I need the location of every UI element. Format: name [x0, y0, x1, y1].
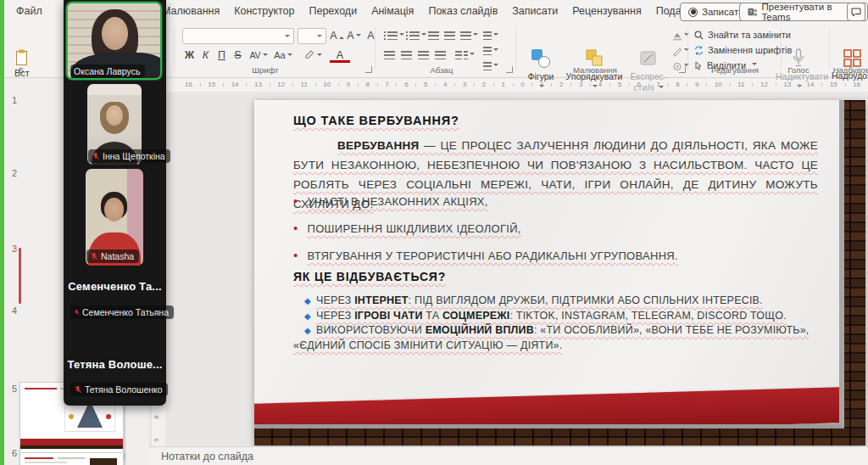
character-spacing-button[interactable]: AV	[249, 48, 268, 63]
diamond-bullet-icon: ◆	[304, 296, 311, 305]
underline-button[interactable]: П	[214, 48, 229, 63]
call-panel[interactable]: Оксана ЛаврусьІнна ЩепоткінаNatashaСемен…	[64, 0, 166, 406]
search-icon	[694, 31, 704, 40]
ruler-tick	[730, 83, 731, 87]
shape-outline-button[interactable]	[672, 43, 689, 59]
text-direction-button[interactable]	[483, 28, 498, 43]
mic-muted-icon	[74, 385, 82, 394]
participant-label: Тетяна Волошенко	[70, 383, 168, 396]
tab-Показ слайдів[interactable]: Показ слайдів	[428, 5, 498, 17]
bold-button[interactable]: Ж	[182, 48, 197, 63]
notes-bar[interactable]: Нотатки до слайда	[149, 446, 868, 465]
fill-icon	[672, 31, 682, 41]
outline-icon	[672, 47, 682, 56]
grow-font-button[interactable]: А	[330, 28, 344, 43]
slide-thumbnail-6[interactable]	[19, 452, 124, 465]
decrease-indent-button[interactable]	[428, 28, 439, 43]
ruler-number: 8	[676, 81, 679, 88]
font-size-combobox[interactable]	[298, 28, 326, 44]
slide-diamond-item[interactable]: ◆ЧЕРЕЗ ІНТЕРНЕТ: ПІД ВИГЛЯДОМ ДРУЖБИ, ПІ…	[293, 294, 817, 309]
slide-diamond-item[interactable]: ◆ЧЕРЕЗ ІГРОВІ ЧАТИ ТА СОЦМЕРЕЖІ: TIKTOK,…	[293, 309, 817, 324]
slide-thumb-number-3[interactable]: 3	[6, 244, 17, 254]
columns-button[interactable]	[455, 48, 475, 63]
find-replace-label: Знайти та замінити	[708, 30, 791, 40]
drawing-dialog-launcher[interactable]	[679, 66, 686, 73]
find-replace-button[interactable]: Знайти та замінити	[694, 30, 791, 40]
webcam-face	[102, 17, 128, 50]
slide-subtitle[interactable]: ЯК ЦЕ ВІДБУВАЄТЬСЯ?	[293, 270, 446, 283]
drawing-group-label: Малювання	[573, 65, 617, 75]
strikethrough-button[interactable]: S	[231, 48, 245, 63]
ruler-tick	[570, 83, 571, 87]
slide-diamond-item[interactable]: ◆ВИКОРИСТОВУЮЧИ ЕМОЦІЙНИЙ ВПЛИВ: «ТИ ОСО…	[293, 323, 817, 352]
clear-formatting-button[interactable]: А	[364, 28, 378, 43]
ruler-number: 13	[254, 81, 262, 88]
comments-button[interactable]	[847, 3, 865, 21]
slide-bullet-item[interactable]: •УЧАСТІ В НЕЗАКОННИХ АКЦІЯХ,	[293, 195, 488, 208]
ruler-number: 1	[501, 81, 504, 88]
smartart-convert-button[interactable]	[483, 59, 498, 74]
highlighter-icon	[304, 48, 315, 59]
tab-Конструктор[interactable]: Конструктор	[234, 5, 294, 17]
line-spacing-button[interactable]	[460, 28, 478, 43]
align-left-button[interactable]	[384, 48, 395, 63]
replace-fonts-icon	[694, 46, 704, 55]
font-dialog-launcher[interactable]	[365, 66, 372, 73]
paragraph-dialog-launcher[interactable]	[506, 66, 513, 73]
ruler-tick	[377, 83, 378, 87]
justify-button[interactable]	[435, 48, 446, 63]
align-text-button[interactable]	[483, 43, 498, 59]
slide-diamonds[interactable]: ◆ЧЕРЕЗ ІНТЕРНЕТ: ПІД ВИГЛЯДОМ ДРУЖБИ, ПІ…	[293, 294, 817, 352]
slide-canvas[interactable]: ЩО ТАКЕ ВЕРБУВАННЯ? ВЕРБУВАННЯ — ЦЕ ПРОЦ…	[254, 100, 865, 445]
numbering-button[interactable]	[406, 28, 426, 43]
ruler-number: 13	[783, 81, 791, 88]
ruler-tick	[415, 83, 416, 87]
notes-placeholder[interactable]: Нотатки до слайда	[161, 451, 253, 462]
align-right-button[interactable]	[418, 48, 429, 63]
v-ruler-number: 9	[153, 438, 160, 441]
increase-indent-button[interactable]	[444, 28, 455, 43]
ruler-number: 3	[579, 81, 582, 88]
mic-muted-icon	[74, 308, 80, 317]
tab-Переходи[interactable]: Переходи	[309, 5, 357, 17]
ruler-tick	[246, 83, 247, 87]
h-ruler: 1615141312111098765432101234567891011121…	[185, 79, 861, 90]
slide-bullet-item[interactable]: •ПОШИРЕННЯ ШКІДЛИВИХ ІДЕОЛОГІЙ,	[293, 222, 521, 235]
ruler-number: 10	[715, 81, 722, 88]
tab-Рецензування[interactable]: Рецензування	[572, 5, 641, 17]
menu-tabs-row: МалюванняКонструкторПереходиАнімаціяПока…	[162, 5, 751, 17]
slide-thumb-number-4[interactable]: 4	[6, 305, 17, 316]
screen-share-border	[0, 0, 4, 465]
tab-Записати[interactable]: Записати	[512, 5, 558, 17]
highlight-pen-button[interactable]	[303, 48, 323, 63]
ruler-tick	[629, 83, 630, 87]
addins-button[interactable]: Надбудови	[832, 48, 868, 81]
ruler-tick	[513, 83, 514, 87]
slide-title[interactable]: ЩО ТАКЕ ВЕРБУВАННЯ?	[293, 114, 459, 127]
bullets-button[interactable]	[384, 28, 404, 43]
ruler-number: 0	[520, 81, 524, 88]
teams-icon: T	[748, 7, 758, 17]
participant-label: Natasha	[86, 249, 139, 263]
ruler-tick	[270, 83, 270, 87]
font-name-combobox[interactable]	[182, 28, 294, 44]
shape-fill-button[interactable]	[672, 28, 689, 43]
ruler-number: 16	[185, 81, 192, 88]
slide-thumb-number-6[interactable]: 6	[6, 448, 17, 458]
shrink-font-button[interactable]: А	[347, 28, 361, 43]
font-color-button[interactable]: А	[330, 48, 350, 63]
bullet-dot-icon: •	[293, 195, 298, 206]
tab-Малювання[interactable]: Малювання	[162, 5, 220, 17]
slide-bullet-item[interactable]: •ВТЯГУВАННЯ У ТЕРОРИСТИЧНІ АБО РАДИКАЛЬН…	[293, 249, 678, 262]
slide-text-segment: : ПІД ВИГЛЯДОМ ДРУЖБИ, ПІДТРИМКИ АБО СПІ…	[409, 294, 763, 306]
slide-thumb-number-2[interactable]: 2	[6, 168, 17, 178]
slide-thumb-number-1[interactable]: 1	[6, 95, 17, 105]
align-center-button[interactable]	[401, 48, 412, 63]
italic-button[interactable]: К	[198, 48, 213, 63]
slide-thumb-number-5[interactable]: 5	[6, 384, 17, 394]
change-case-button[interactable]: Aa	[274, 48, 292, 63]
tab-Анімація[interactable]: Анімація	[371, 5, 414, 17]
ruler-number: 8	[365, 81, 369, 88]
ruler-number: 3	[463, 81, 466, 88]
tab-file[interactable]: Файл	[16, 5, 42, 17]
